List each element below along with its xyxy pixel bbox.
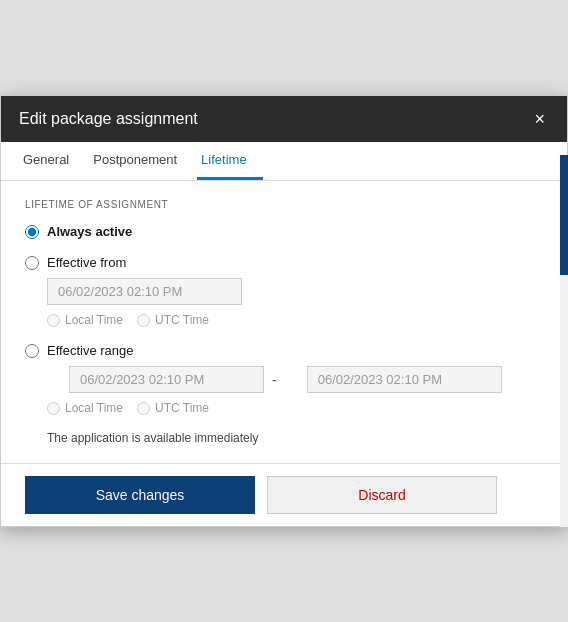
- effective-range-option: Effective range 06/02/2023 02:10 PM - 06…: [25, 343, 543, 445]
- effective-from-date-input[interactable]: 06/02/2023 02:10 PM: [47, 278, 242, 305]
- tab-lifetime[interactable]: Lifetime: [197, 142, 263, 180]
- edit-package-dialog: Edit package assignment × General Postpo…: [0, 95, 568, 527]
- lifetime-radio-group: Always active Effective from 06/02/2023 …: [25, 224, 543, 445]
- tab-postponement[interactable]: Postponement: [89, 142, 193, 180]
- effective-range-inputs: 06/02/2023 02:10 PM - 06/02/2023 02:10 P…: [47, 366, 543, 393]
- effective-from-utc-label: UTC Time: [155, 313, 209, 327]
- tab-bar: General Postponement Lifetime: [1, 142, 567, 181]
- dialog-body: LIFETIME OF ASSIGNMENT Always active Eff…: [1, 181, 567, 463]
- section-label: LIFETIME OF ASSIGNMENT: [25, 199, 543, 210]
- effective-range-utc-label: UTC Time: [155, 401, 209, 415]
- scrollbar-thumb[interactable]: [560, 155, 568, 275]
- discard-button[interactable]: Discard: [267, 476, 497, 514]
- effective-range-label: Effective range: [47, 343, 133, 358]
- close-button[interactable]: ×: [530, 110, 549, 128]
- effective-range-from-input[interactable]: 06/02/2023 02:10 PM: [69, 366, 264, 393]
- effective-from-option: Effective from 06/02/2023 02:10 PM Local…: [25, 255, 543, 327]
- range-separator: -: [272, 372, 277, 388]
- effective-from-local-radio: [47, 314, 60, 327]
- effective-from-tz-row: Local Time UTC Time: [47, 313, 543, 327]
- effective-range-tz-row: Local Time UTC Time: [47, 401, 543, 415]
- scrollbar-track: [560, 155, 568, 527]
- always-active-label: Always active: [47, 224, 132, 239]
- always-active-radio[interactable]: [25, 225, 39, 239]
- availability-info: The application is available immediately: [47, 431, 543, 445]
- effective-from-radio[interactable]: [25, 256, 39, 270]
- effective-from-label: Effective from: [47, 255, 126, 270]
- effective-from-utc-radio: [137, 314, 150, 327]
- effective-from-utc-time: UTC Time: [137, 313, 209, 327]
- effective-range-utc-time: UTC Time: [137, 401, 209, 415]
- always-active-option: Always active: [25, 224, 543, 239]
- save-changes-button[interactable]: Save changes: [25, 476, 255, 514]
- dialog-header: Edit package assignment ×: [1, 96, 567, 142]
- effective-range-to-input[interactable]: 06/02/2023 02:10 PM: [307, 366, 502, 393]
- effective-range-radio[interactable]: [25, 344, 39, 358]
- effective-from-local-label: Local Time: [65, 313, 123, 327]
- effective-range-utc-radio: [137, 402, 150, 415]
- dialog-footer: Save changes Discard: [1, 463, 567, 526]
- effective-range-local-time: Local Time: [47, 401, 123, 415]
- tab-general[interactable]: General: [19, 142, 85, 180]
- dialog-title: Edit package assignment: [19, 110, 198, 128]
- effective-range-local-radio: [47, 402, 60, 415]
- effective-from-local-time: Local Time: [47, 313, 123, 327]
- effective-range-local-label: Local Time: [65, 401, 123, 415]
